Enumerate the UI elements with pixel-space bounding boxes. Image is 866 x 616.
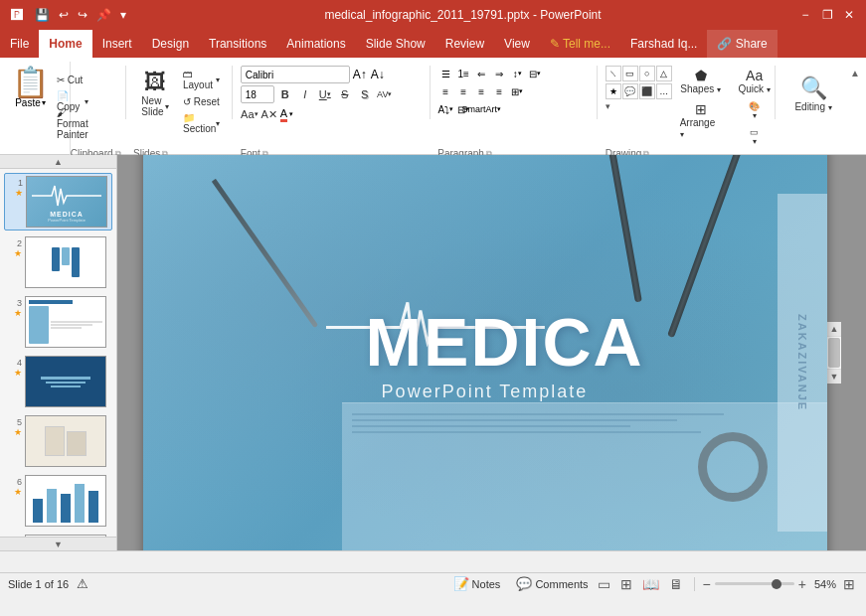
slide-thumb-3[interactable]: 3 ★: [4, 294, 112, 350]
change-case-button[interactable]: Aa ▾: [241, 105, 259, 123]
menu-insert[interactable]: Insert: [92, 30, 142, 58]
paste-button[interactable]: 📋 Paste ▾: [8, 66, 53, 110]
ribbon-group-slides: 🖼 NewSlide ▾ 🗃 Layout ▾ ↺ Reset 📁 Sectio…: [129, 62, 228, 163]
close-button[interactable]: ✕: [840, 6, 858, 24]
redo-button[interactable]: ↪: [75, 7, 90, 23]
italic-button[interactable]: I: [296, 85, 314, 103]
font-color-button[interactable]: A ▾: [280, 107, 293, 122]
reading-view-icon[interactable]: 📖: [639, 575, 662, 593]
clear-format-button[interactable]: A✕: [260, 105, 278, 123]
zoom-slider-thumb[interactable]: [772, 579, 781, 589]
columns-button[interactable]: ⊟ ▾: [527, 66, 543, 81]
underline-button[interactable]: U ▾: [316, 85, 334, 103]
slide-subtitle-container: PowerPoint Template: [382, 382, 589, 402]
shape-fill-button[interactable]: 🎨 ▾: [730, 99, 779, 122]
shape-outline-button[interactable]: ▭ ▾: [730, 125, 779, 148]
layout-button[interactable]: 🗃 Layout ▾: [179, 70, 224, 89]
slides-scroll-down[interactable]: ▼: [0, 537, 116, 550]
menu-animations[interactable]: Animations: [276, 30, 355, 58]
quick-styles-button[interactable]: Aa Quick ▾: [730, 66, 779, 96]
char-spacing-button[interactable]: AV ▾: [376, 85, 394, 103]
slides-scroll-up[interactable]: ▲: [0, 155, 116, 169]
scroll-up-button[interactable]: ▲: [827, 322, 841, 336]
slide-document-area: [342, 402, 827, 550]
shapes-scroll[interactable]: ▾: [606, 101, 610, 111]
menu-review[interactable]: Review: [435, 30, 494, 58]
arrange-button[interactable]: ⊞ Arrange ▾: [676, 99, 726, 141]
zoom-in-button[interactable]: +: [798, 576, 806, 592]
new-slide-button[interactable]: 🖼 NewSlide ▾: [133, 66, 177, 121]
shape-callout[interactable]: 💬: [622, 83, 638, 99]
comments-icon: 💬: [516, 576, 532, 591]
numbering-button[interactable]: 1≡: [455, 66, 471, 81]
editing-button[interactable]: 🔍 Editing ▾: [782, 66, 844, 121]
align-left-button[interactable]: ≡: [437, 83, 453, 99]
increase-indent-button[interactable]: ⇒: [491, 66, 507, 81]
fit-slide-button[interactable]: ⊞: [840, 575, 858, 593]
svg-rect-6: [88, 491, 98, 523]
add-col-button[interactable]: ⊞ ▾: [509, 83, 525, 99]
slide-thumb-1[interactable]: 1 ★ MEDICA PowerPoint Template: [4, 173, 112, 231]
line-spacing-button[interactable]: ↕ ▾: [509, 66, 525, 81]
font-size-input[interactable]: [241, 85, 274, 103]
undo-button[interactable]: ↩: [56, 7, 72, 23]
save-button[interactable]: 💾: [32, 7, 53, 23]
svg-rect-2: [33, 499, 43, 523]
justify-button[interactable]: ≡: [491, 83, 507, 99]
menu-home[interactable]: Home: [39, 30, 91, 58]
slide-canvas[interactable]: ZAKAZIVANJE: [143, 155, 827, 550]
comments-button[interactable]: 💬 Comments: [510, 575, 594, 592]
slide-thumb-6[interactable]: 6 ★: [4, 473, 112, 529]
slide-thumb-5[interactable]: 5 ★: [4, 413, 112, 469]
slide-6-number: 6: [8, 475, 22, 487]
pin-button[interactable]: 📌: [93, 7, 114, 23]
menu-slideshow[interactable]: Slide Show: [356, 30, 435, 58]
menu-transitions[interactable]: Transitions: [199, 30, 276, 58]
reset-button[interactable]: ↺ Reset: [179, 91, 224, 111]
menu-design[interactable]: Design: [142, 30, 199, 58]
ribbon-collapse-button[interactable]: ▲: [848, 66, 862, 80]
shape-line[interactable]: ⟍: [606, 66, 621, 81]
scroll-thumb[interactable]: [828, 338, 840, 368]
customize-button[interactable]: ▾: [117, 7, 129, 23]
shape-star[interactable]: ★: [606, 83, 621, 99]
menu-view[interactable]: View: [494, 30, 540, 58]
smartart-button[interactable]: SmartArt ▾: [473, 101, 489, 117]
decrease-font-size-button[interactable]: A↓: [370, 67, 386, 82]
zoom-slider[interactable]: [715, 582, 794, 585]
shape-block[interactable]: ⬛: [639, 83, 655, 99]
bullets-button[interactable]: ☰: [437, 66, 453, 81]
strikethrough-button[interactable]: S: [336, 85, 354, 103]
section-button[interactable]: 📁 Section ▾: [179, 113, 224, 133]
text-direction-button[interactable]: A⤵ ▾: [437, 101, 453, 117]
shapes-button[interactable]: ⬟ Shapes ▾: [676, 66, 726, 96]
slide-thumb-2[interactable]: 2 ★: [4, 234, 112, 290]
zoom-percent[interactable]: 54%: [814, 578, 836, 590]
font-format-buttons: B I U ▾ S S AV ▾: [276, 85, 394, 103]
shape-rect[interactable]: ▭: [622, 66, 638, 81]
menu-file[interactable]: File: [0, 30, 39, 58]
minimize-button[interactable]: −: [796, 6, 814, 24]
restore-button[interactable]: ❐: [818, 6, 836, 24]
scroll-down-button[interactable]: ▼: [827, 370, 841, 384]
presenter-view-icon[interactable]: 🖥: [666, 575, 686, 593]
increase-font-size-button[interactable]: A↑: [352, 67, 368, 82]
menu-account[interactable]: Farshad Iq...: [620, 30, 707, 58]
slide-sorter-icon[interactable]: ⊞: [617, 575, 635, 593]
bold-button[interactable]: B: [276, 85, 294, 103]
shape-oval[interactable]: ○: [639, 66, 655, 81]
decrease-indent-button[interactable]: ⇐: [473, 66, 489, 81]
menu-share[interactable]: 🔗 Share: [707, 30, 777, 58]
shape-more[interactable]: …: [656, 83, 672, 99]
normal-view-icon[interactable]: ▭: [595, 575, 613, 593]
slide-thumb-4[interactable]: 4 ★: [4, 354, 112, 409]
center-button[interactable]: ≡: [455, 83, 471, 99]
shape-arrow[interactable]: △: [656, 66, 672, 81]
svg-rect-5: [75, 484, 85, 523]
text-shadow-button[interactable]: S: [356, 85, 374, 103]
zoom-out-button[interactable]: −: [703, 576, 711, 592]
notes-button[interactable]: 📝 Notes: [447, 575, 507, 592]
menu-tell-me[interactable]: ✎ Tell me...: [540, 30, 620, 58]
font-name-input[interactable]: [241, 66, 350, 83]
align-right-button[interactable]: ≡: [473, 83, 489, 99]
